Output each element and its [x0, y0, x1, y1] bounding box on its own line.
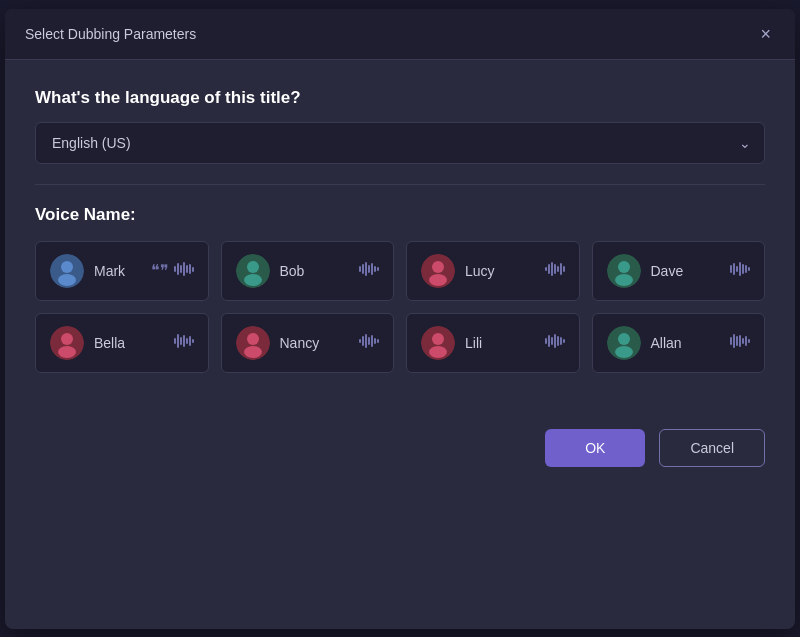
- svg-rect-47: [186, 338, 188, 344]
- svg-rect-19: [377, 267, 379, 271]
- svg-rect-15: [365, 262, 367, 276]
- svg-point-41: [61, 333, 73, 345]
- svg-rect-78: [745, 336, 747, 346]
- avatar-allan: [607, 326, 641, 360]
- svg-rect-17: [371, 263, 373, 275]
- waveform-icon-mark[interactable]: ❝❞: [151, 261, 193, 280]
- language-question: What's the language of this title?: [35, 88, 765, 108]
- svg-rect-63: [545, 338, 547, 344]
- avatar-bob: [236, 254, 270, 288]
- avatar-bella: [50, 326, 84, 360]
- svg-rect-73: [730, 337, 732, 345]
- voice-card-lili[interactable]: Lili: [406, 313, 580, 373]
- waveform-icon-nancy[interactable]: [359, 334, 379, 352]
- svg-point-71: [618, 333, 630, 345]
- avatar-lucy: [421, 254, 455, 288]
- voice-card-bob[interactable]: Bob: [221, 241, 395, 301]
- waveform-icon-lili[interactable]: [545, 334, 565, 352]
- avatar-nancy: [236, 326, 270, 360]
- svg-rect-46: [183, 335, 185, 347]
- waveform-icon-dave[interactable]: [730, 262, 750, 280]
- svg-rect-69: [563, 339, 565, 343]
- svg-point-12: [244, 274, 262, 286]
- waveform-icon-allan[interactable]: [730, 334, 750, 352]
- svg-rect-56: [368, 337, 370, 345]
- waveform-icon-bella[interactable]: [174, 334, 194, 352]
- voice-card-dave[interactable]: Dave: [592, 241, 766, 301]
- svg-point-1: [61, 261, 73, 273]
- voice-grid: Mark ❝❞: [35, 241, 765, 373]
- svg-rect-8: [189, 264, 191, 274]
- svg-rect-14: [362, 264, 364, 274]
- svg-rect-53: [359, 339, 361, 343]
- voice-name-bella: Bella: [94, 335, 164, 351]
- svg-point-42: [58, 346, 76, 358]
- section-divider: [35, 184, 765, 185]
- svg-rect-59: [377, 339, 379, 343]
- svg-rect-5: [180, 265, 182, 273]
- voice-name-label: Voice Name:: [35, 205, 765, 225]
- waveform-icon-lucy[interactable]: [545, 262, 565, 280]
- dialog-body: What's the language of this title? Engli…: [5, 60, 795, 413]
- svg-point-32: [615, 274, 633, 286]
- svg-point-72: [615, 346, 633, 358]
- svg-rect-23: [545, 267, 547, 271]
- svg-rect-29: [563, 266, 565, 272]
- svg-rect-45: [180, 337, 182, 345]
- svg-rect-35: [736, 266, 738, 272]
- voice-name-dave: Dave: [651, 263, 721, 279]
- voice-card-allan[interactable]: Allan: [592, 313, 766, 373]
- svg-rect-7: [186, 265, 188, 273]
- svg-rect-67: [557, 336, 559, 346]
- svg-rect-77: [742, 338, 744, 344]
- svg-rect-57: [371, 335, 373, 347]
- svg-rect-68: [560, 337, 562, 345]
- svg-rect-4: [177, 263, 179, 275]
- waveform-icon-bob[interactable]: [359, 262, 379, 280]
- svg-rect-28: [560, 263, 562, 275]
- voice-name-bob: Bob: [280, 263, 350, 279]
- language-select[interactable]: English (US) Spanish French German Japan…: [35, 122, 765, 164]
- svg-point-62: [429, 346, 447, 358]
- svg-rect-74: [733, 334, 735, 348]
- svg-rect-9: [192, 267, 194, 272]
- voice-card-bella[interactable]: Bella: [35, 313, 209, 373]
- dialog-title: Select Dubbing Parameters: [25, 26, 196, 42]
- voice-card-nancy[interactable]: Nancy: [221, 313, 395, 373]
- svg-rect-37: [742, 264, 744, 274]
- avatar-dave: [607, 254, 641, 288]
- svg-point-21: [432, 261, 444, 273]
- svg-rect-18: [374, 266, 376, 272]
- voice-name-mark: Mark: [94, 263, 141, 279]
- select-dubbing-dialog: Select Dubbing Parameters × What's the l…: [5, 9, 795, 629]
- svg-rect-55: [365, 334, 367, 348]
- svg-rect-43: [174, 338, 176, 344]
- svg-rect-44: [177, 334, 179, 348]
- ok-button[interactable]: OK: [545, 429, 645, 467]
- voice-name-allan: Allan: [651, 335, 721, 351]
- voice-card-lucy[interactable]: Lucy: [406, 241, 580, 301]
- svg-rect-65: [551, 337, 553, 345]
- svg-rect-48: [189, 336, 191, 346]
- cancel-button[interactable]: Cancel: [659, 429, 765, 467]
- svg-rect-76: [739, 335, 741, 347]
- svg-rect-66: [554, 334, 556, 348]
- svg-point-31: [618, 261, 630, 273]
- svg-rect-25: [551, 262, 553, 276]
- svg-rect-27: [557, 266, 559, 272]
- avatar-mark: [50, 254, 84, 288]
- close-button[interactable]: ×: [756, 23, 775, 45]
- svg-rect-33: [730, 265, 732, 273]
- dialog-header: Select Dubbing Parameters ×: [5, 9, 795, 60]
- voice-name-lucy: Lucy: [465, 263, 535, 279]
- voice-name-lili: Lili: [465, 335, 535, 351]
- voice-name-nancy: Nancy: [280, 335, 350, 351]
- svg-rect-38: [745, 265, 747, 273]
- svg-rect-79: [748, 339, 750, 343]
- svg-rect-34: [733, 263, 735, 275]
- svg-rect-3: [174, 266, 176, 272]
- svg-rect-39: [748, 267, 750, 271]
- svg-point-51: [247, 333, 259, 345]
- voice-card-mark[interactable]: Mark ❝❞: [35, 241, 209, 301]
- svg-rect-58: [374, 338, 376, 344]
